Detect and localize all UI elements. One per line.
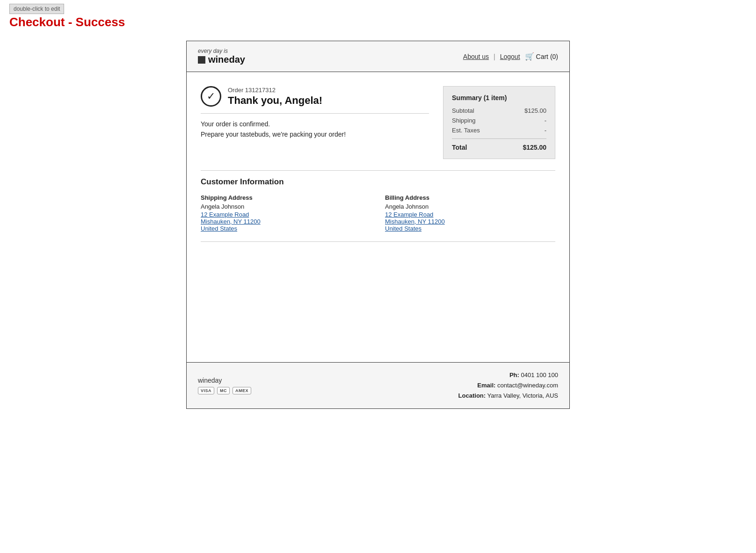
visa-icon: VISA [198,387,214,394]
footer-brand: wineday [198,377,251,384]
phone-label: Ph: [509,371,519,378]
taxes-label: Est. Taxes [452,127,480,134]
main-container: every day is wineday About us | Logout 🛒… [186,41,570,409]
cart-label: Cart (0) [536,53,558,60]
summary-taxes-row: Est. Taxes - [452,127,546,134]
summary-divider [452,138,546,139]
footer-right: Ph: 0401 100 100 Email: contact@wineday.… [458,370,558,401]
site-header: every day is wineday About us | Logout 🛒… [187,41,569,72]
shipping-address-label: Shipping Address [201,194,371,201]
divider-2 [201,170,555,171]
billing-address-label: Billing Address [385,194,555,201]
billing-city-link[interactable]: Mishauken, NY 11200 [385,218,555,225]
billing-address-name: Angela Johnson [385,203,555,210]
summary-subtotal-row: Subtotal $125.00 [452,107,546,114]
order-id: Order 131217312 [228,87,322,94]
logo-square-icon [198,56,205,64]
order-id-name: Order 131217312 Thank you, Angela! [228,87,322,107]
billing-address-block: Billing Address Angela Johnson 12 Exampl… [385,194,555,232]
payment-icons: VISA MC AMEX [198,387,251,394]
shipping-address-block: Shipping Address Angela Johnson 12 Examp… [201,194,371,232]
page-title: Checkout - Success [9,15,747,29]
about-us-link[interactable]: About us [463,53,489,60]
subtotal-label: Subtotal [452,107,474,114]
shipping-street-link[interactable]: 12 Example Road [201,211,371,218]
email-value: contact@wineday.com [497,382,558,389]
footer-location: Location: Yarra Valley, Victoria, AUS [458,391,558,401]
billing-street-link[interactable]: 12 Example Road [385,211,555,218]
cart-icon: 🛒 [525,52,534,61]
shipping-city-link[interactable]: Mishauken, NY 11200 [201,218,371,225]
location-label: Location: [458,392,486,399]
amex-icon: AMEX [233,387,251,394]
page-title-section: double-click to edit Checkout - Success [0,0,756,31]
summary-shipping-row: Shipping - [452,117,546,124]
total-value: $125.00 [523,144,546,151]
mastercard-icon: MC [217,387,230,394]
phone-value: 0401 100 100 [521,371,558,378]
summary-total-row: Total $125.00 [452,144,546,151]
shipping-label: Shipping [452,117,476,124]
order-top: ✓ Order 131217312 Thank you, Angela! [201,86,429,107]
shipping-value: - [545,117,546,124]
shipping-country-link[interactable]: United States [201,225,371,232]
check-circle-icon: ✓ [201,86,221,107]
footer-phone: Ph: 0401 100 100 [458,370,558,380]
logo-name: wineday [208,54,245,65]
addresses-row: Shipping Address Angela Johnson 12 Examp… [201,194,555,232]
edit-badge[interactable]: double-click to edit [9,4,64,14]
footer-email: Email: contact@wineday.com [458,380,558,391]
order-confirmation-row: ✓ Order 131217312 Thank you, Angela! You… [201,86,555,159]
logo-tagline: every day is [198,48,245,54]
main-content: ✓ Order 131217312 Thank you, Angela! You… [187,72,569,362]
divider-1 [201,113,429,114]
customer-info-title: Customer Information [201,177,555,187]
logout-link[interactable]: Logout [500,53,520,60]
nav-links: About us | Logout 🛒 Cart (0) [463,52,558,61]
logo-brand: wineday [198,54,245,65]
divider-3 [201,241,555,242]
email-label: Email: [477,382,495,389]
order-thank-you: Thank you, Angela! [228,95,322,107]
cart-area[interactable]: 🛒 Cart (0) [525,52,558,61]
subtotal-value: $125.00 [524,107,546,114]
order-left: ✓ Order 131217312 Thank you, Angela! You… [201,86,429,138]
footer-left: wineday VISA MC AMEX [198,377,251,394]
logo-area[interactable]: every day is wineday [198,48,245,65]
summary-box: Summary (1 item) Subtotal $125.00 Shippi… [443,86,555,159]
nav-divider: | [494,53,495,60]
customer-info-section: Customer Information Shipping Address An… [201,170,555,242]
order-confirmed-text: Your order is confirmed. [201,120,429,128]
taxes-value: - [545,127,546,134]
shipping-address-name: Angela Johnson [201,203,371,210]
billing-country-link[interactable]: United States [385,225,555,232]
summary-title: Summary (1 item) [452,94,546,102]
total-label: Total [452,144,467,151]
location-value: Yarra Valley, Victoria, AUS [487,392,559,399]
order-tastebuds-text: Prepare your tastebuds, we're packing yo… [201,131,429,138]
site-footer: wineday VISA MC AMEX Ph: 0401 100 100 Em… [187,362,569,408]
